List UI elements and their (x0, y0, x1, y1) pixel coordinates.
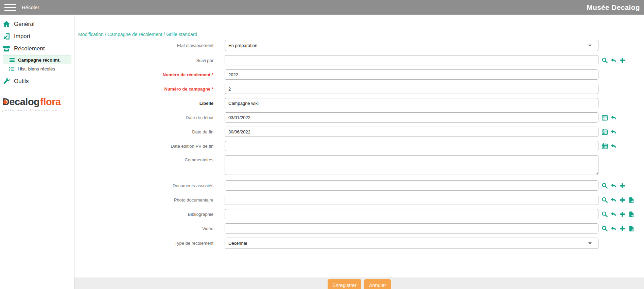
calendar-icon[interactable] (602, 114, 608, 121)
plus-icon[interactable] (619, 197, 626, 203)
app-title: Récoler (22, 4, 39, 10)
select-value: Décennal (228, 241, 247, 246)
file-plus-icon[interactable] (628, 211, 634, 218)
undo-icon[interactable] (610, 57, 617, 64)
sidebar-item-general[interactable]: Général (0, 18, 74, 30)
sidebar-item-outils[interactable]: Outils (0, 75, 74, 87)
caret-down-icon (588, 242, 592, 244)
field-label: Photo documentaire (74, 197, 219, 203)
row-date-fin: Date de fin (74, 127, 644, 137)
row-suivi-par: Suivi par (74, 55, 644, 65)
date-debut-input[interactable] (225, 112, 598, 123)
field-label: Type de récolement (74, 241, 219, 246)
search-icon[interactable] (602, 211, 608, 218)
undo-icon[interactable] (610, 114, 617, 121)
commentaires-textarea[interactable] (225, 155, 598, 175)
row-libelle: Libellé (74, 98, 644, 108)
field-label: Commentaires (74, 155, 219, 162)
field-label: Libellé (74, 101, 219, 106)
top-bar: Récoler Musée Decalog (0, 0, 644, 15)
row-documents-associes: Documents associés (74, 180, 644, 191)
date-fin-input[interactable] (225, 127, 598, 137)
field-label: Date édition PV de fin (74, 144, 219, 149)
libelle-input[interactable] (225, 98, 598, 108)
form-footer: Enregistrer Annuler (74, 277, 644, 289)
sidebar-item-import[interactable]: Import (0, 30, 74, 43)
undo-icon[interactable] (610, 182, 617, 189)
sidebar-item-hist-biens-recoles[interactable]: Hist. biens récolés (0, 65, 74, 73)
numero-campagne-input[interactable] (225, 84, 598, 94)
date-edition-pv-input[interactable] (225, 141, 598, 151)
logo-tagline: partageons l'innovation (2, 109, 74, 112)
field-label: Bibliographie (74, 212, 219, 217)
search-icon[interactable] (602, 197, 608, 203)
row-video: Vidéo (74, 223, 644, 234)
undo-icon[interactable] (610, 143, 617, 149)
home-icon (3, 20, 10, 28)
breadcrumb: Modification / Campagne de récolement / … (78, 32, 197, 37)
decalog-flora-logo: Decalogflora partageons l'innovation (0, 96, 74, 112)
save-button[interactable]: Enregistrer (328, 279, 361, 289)
row-bibliographie: Bibliographie (74, 209, 644, 219)
row-commentaires: Commentaires (74, 155, 644, 176)
bibliographie-input[interactable] (225, 209, 598, 219)
field-label: Date de début (74, 115, 219, 120)
org-title: Musée Decalog (587, 3, 640, 12)
undo-icon[interactable] (610, 129, 617, 135)
sidebar: Général Import Récolement Campagne récol… (0, 15, 74, 289)
file-plus-icon[interactable] (628, 197, 634, 203)
undo-icon[interactable] (610, 197, 617, 203)
field-label-required: Numéro de campagne * (74, 86, 219, 92)
field-label: Etat d'avancement (74, 43, 219, 48)
documents-associes-input[interactable] (225, 180, 598, 191)
field-label: Date de fin (74, 129, 219, 134)
field-label: Vidéo (74, 226, 219, 231)
file-plus-icon[interactable] (628, 225, 634, 232)
search-icon[interactable] (602, 57, 608, 64)
photo-documentaire-input[interactable] (225, 195, 598, 205)
calendar-icon[interactable] (602, 129, 608, 135)
search-icon[interactable] (602, 182, 608, 189)
etat-avancement-select[interactable]: En préparation (225, 40, 598, 51)
field-label: Suivi par (74, 58, 219, 63)
field-label: Documents associés (74, 183, 219, 188)
wrench-icon (3, 78, 10, 85)
row-type-recolement: Type de récolement Décennal (74, 238, 644, 249)
plus-icon[interactable] (619, 57, 626, 64)
calendar-icon[interactable] (602, 143, 608, 149)
import-icon (3, 33, 10, 40)
hamburger-menu-icon[interactable] (4, 4, 16, 11)
undo-icon[interactable] (610, 211, 617, 218)
sidebar-item-campagne-recolmt[interactable]: Campagne récolmt. (3, 55, 71, 64)
type-recolement-select[interactable]: Décennal (225, 238, 598, 249)
row-photo-documentaire: Photo documentaire (74, 195, 644, 205)
row-numero-campagne: Numéro de campagne * (74, 84, 644, 94)
suivi-par-input[interactable] (225, 55, 598, 65)
plus-icon[interactable] (619, 182, 626, 189)
caret-down-icon (588, 45, 592, 47)
cancel-button[interactable]: Annuler (364, 279, 391, 289)
row-etat-avancement: Etat d'avancement En préparation (74, 40, 644, 51)
archive-icon (3, 45, 10, 52)
undo-icon[interactable] (610, 225, 617, 232)
plus-icon[interactable] (619, 225, 626, 232)
campaign-form: Etat d'avancement En préparation Suivi p… (74, 40, 644, 249)
search-icon[interactable] (602, 225, 608, 232)
main-content: Modification / Campagne de récolement / … (74, 15, 644, 289)
logo-brand: Decalog (2, 96, 39, 107)
field-label-required: Numéro de récolement * (74, 72, 219, 77)
checklist-icon (9, 66, 15, 72)
numero-recolement-input[interactable] (225, 69, 598, 80)
row-numero-recolement: Numéro de récolement * (74, 69, 644, 80)
sidebar-item-recolement[interactable]: Récolement (0, 43, 74, 55)
menu-lines-icon (9, 57, 15, 63)
logo-brand-accent: flora (40, 96, 60, 107)
row-date-edition-pv: Date édition PV de fin (74, 141, 644, 151)
flame-icon (3, 99, 7, 104)
video-input[interactable] (225, 223, 598, 234)
select-value: En préparation (228, 43, 257, 48)
row-date-debut: Date de début (74, 112, 644, 123)
plus-icon[interactable] (619, 211, 626, 218)
